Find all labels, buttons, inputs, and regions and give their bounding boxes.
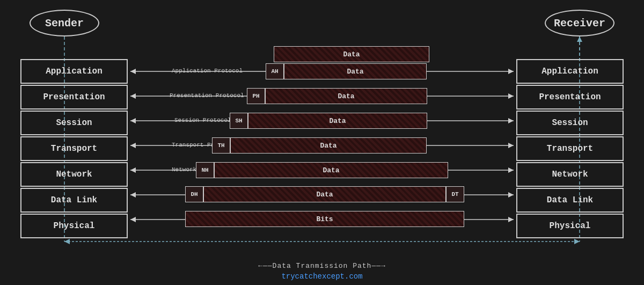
- svg-marker-35: [574, 239, 580, 244]
- receiver-session-label: Session: [552, 118, 588, 128]
- sender-network-box: Network: [20, 162, 128, 187]
- sender-layers: Application Presentation Session Transpo…: [20, 59, 128, 239]
- receiver-physical-box: Physical: [516, 214, 624, 238]
- svg-marker-3: [274, 52, 279, 57]
- receiver-network-label: Network: [552, 170, 588, 179]
- receiver-application-box: Application: [516, 59, 624, 84]
- sender-label: Sender: [45, 17, 84, 30]
- receiver-label: Receiver: [554, 17, 605, 30]
- svg-marker-34: [64, 239, 70, 244]
- sender-presentation-box: Presentation: [20, 85, 128, 109]
- sender-transport-box: Transport: [20, 136, 128, 161]
- receiver-network-box: Network: [516, 162, 624, 187]
- receiver-datalink-label: Data Link: [547, 195, 593, 205]
- sender-oval: Sender: [30, 10, 99, 36]
- svg-marker-37: [577, 36, 582, 42]
- sender-transport-label: Transport: [51, 144, 97, 154]
- receiver-transport-label: Transport: [547, 144, 593, 154]
- receiver-session-box: Session: [516, 111, 624, 135]
- layer-columns: Application Presentation Session Transpo…: [0, 59, 644, 239]
- sender-datalink-box: Data Link: [20, 188, 128, 213]
- sender-network-label: Network: [56, 170, 92, 179]
- sender-physical-label: Physical: [54, 221, 95, 231]
- receiver-physical-label: Physical: [550, 221, 591, 231]
- receiver-oval: Receiver: [545, 10, 614, 36]
- sender-application-box: Application: [20, 59, 128, 84]
- sender-application-label: Application: [46, 67, 103, 76]
- svg-marker-4: [424, 52, 429, 57]
- website-label: trycatchexcept.com: [281, 272, 362, 281]
- receiver-presentation-box: Presentation: [516, 85, 624, 109]
- transmission-path-label: ←——Data Tranmission Path——→: [258, 262, 386, 270]
- sender-session-label: Session: [56, 118, 92, 128]
- receiver-datalink-box: Data Link: [516, 188, 624, 213]
- sender-presentation-label: Presentation: [43, 92, 105, 102]
- sender-datalink-label: Data Link: [51, 195, 97, 205]
- receiver-transport-box: Transport: [516, 136, 624, 161]
- sender-physical-box: Physical: [20, 214, 128, 238]
- diagram-container: Sender Receiver: [0, 0, 644, 285]
- receiver-presentation-label: Presentation: [539, 92, 601, 102]
- receiver-layers: Application Presentation Session Transpo…: [516, 59, 624, 239]
- receiver-application-label: Application: [541, 67, 598, 76]
- sender-session-box: Session: [20, 111, 128, 135]
